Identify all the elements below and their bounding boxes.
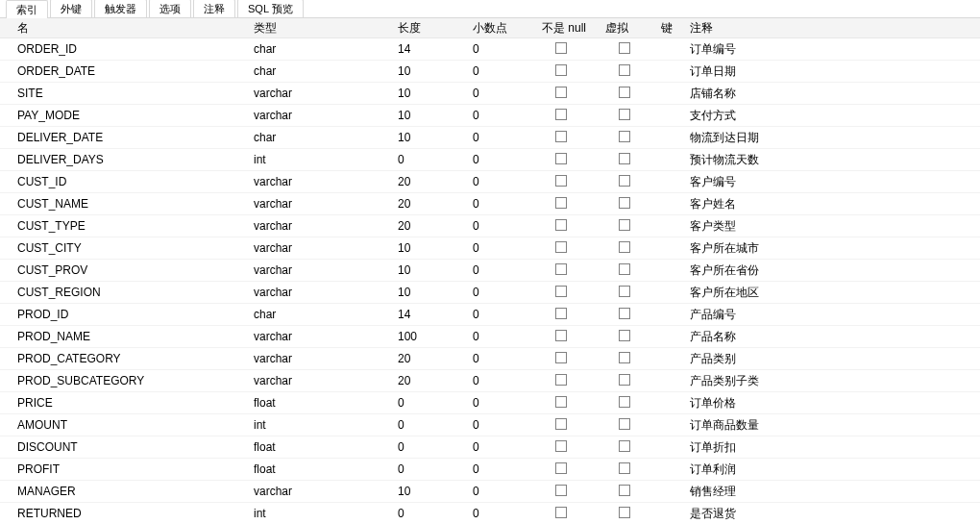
cell-not-null[interactable]	[540, 109, 603, 123]
table-row[interactable]: PAY_MODEvarchar100支付方式	[0, 105, 980, 127]
cell-virtual[interactable]	[603, 87, 659, 101]
cell-decimals[interactable]: 0	[471, 131, 540, 144]
cell-length[interactable]: 10	[396, 109, 471, 122]
cell-name[interactable]: PROD_SUBCATEGORY	[13, 374, 252, 387]
cell-comment[interactable]: 销售经理	[688, 484, 976, 500]
checkbox-icon[interactable]	[619, 64, 630, 76]
cell-length[interactable]: 14	[396, 308, 471, 321]
cell-not-null[interactable]	[540, 64, 603, 79]
tab-3[interactable]: 选项	[149, 0, 191, 17]
cell-not-null[interactable]	[540, 507, 603, 521]
cell-virtual[interactable]	[603, 507, 659, 521]
cell-decimals[interactable]: 0	[471, 507, 540, 520]
header-virtual[interactable]: 虚拟	[603, 20, 659, 37]
table-row[interactable]: PROD_CATEGORYvarchar200产品类别	[0, 348, 980, 370]
checkbox-icon[interactable]	[555, 418, 567, 430]
tab-2[interactable]: 触发器	[94, 0, 147, 17]
cell-not-null[interactable]	[540, 42, 603, 57]
checkbox-icon[interactable]	[555, 485, 567, 496]
cell-type[interactable]: varchar	[252, 263, 396, 277]
cell-not-null[interactable]	[540, 374, 603, 388]
tab-5[interactable]: SQL 预览	[237, 0, 304, 17]
cell-length[interactable]: 20	[396, 219, 471, 233]
checkbox-icon[interactable]	[555, 153, 567, 164]
cell-not-null[interactable]	[540, 241, 603, 256]
cell-name[interactable]: DELIVER_DAYS	[13, 153, 252, 166]
cell-comment[interactable]: 客户所在省份	[688, 262, 976, 279]
cell-type[interactable]: char	[252, 131, 396, 144]
cell-length[interactable]: 10	[396, 241, 471, 255]
cell-comment[interactable]: 客户姓名	[688, 196, 976, 212]
cell-length[interactable]: 10	[396, 286, 471, 299]
checkbox-icon[interactable]	[619, 153, 630, 164]
cell-name[interactable]: PROFIT	[13, 462, 252, 476]
checkbox-icon[interactable]	[555, 241, 567, 253]
cell-name[interactable]: ORDER_DATE	[13, 64, 252, 78]
cell-comment[interactable]: 预计物流天数	[688, 152, 976, 168]
cell-decimals[interactable]: 0	[471, 374, 540, 387]
cell-virtual[interactable]	[603, 308, 659, 322]
cell-virtual[interactable]	[603, 109, 659, 123]
cell-name[interactable]: ORDER_ID	[13, 42, 252, 56]
cell-virtual[interactable]	[603, 197, 659, 212]
cell-decimals[interactable]: 0	[471, 462, 540, 476]
cell-decimals[interactable]: 0	[471, 485, 540, 498]
checkbox-icon[interactable]	[555, 440, 567, 452]
checkbox-icon[interactable]	[619, 418, 630, 430]
cell-type[interactable]: varchar	[252, 352, 396, 365]
cell-virtual[interactable]	[603, 374, 659, 388]
cell-name[interactable]: DELIVER_DATE	[13, 131, 252, 144]
cell-name[interactable]: PROD_ID	[13, 308, 252, 321]
checkbox-icon[interactable]	[619, 241, 630, 253]
cell-decimals[interactable]: 0	[471, 330, 540, 343]
checkbox-icon[interactable]	[555, 64, 567, 76]
cell-not-null[interactable]	[540, 418, 603, 433]
cell-comment[interactable]: 产品类别	[688, 351, 976, 367]
checkbox-icon[interactable]	[619, 131, 630, 142]
cell-comment[interactable]: 产品编号	[688, 307, 976, 323]
cell-comment[interactable]: 支付方式	[688, 108, 976, 124]
cell-type[interactable]: float	[252, 440, 396, 454]
cell-comment[interactable]: 产品类别子类	[688, 373, 976, 389]
cell-not-null[interactable]	[540, 352, 603, 366]
cell-name[interactable]: MANAGER	[13, 485, 252, 498]
cell-not-null[interactable]	[540, 462, 603, 477]
header-name[interactable]: 名	[13, 20, 252, 37]
cell-not-null[interactable]	[540, 131, 603, 145]
checkbox-icon[interactable]	[619, 440, 630, 452]
cell-not-null[interactable]	[540, 219, 603, 234]
cell-type[interactable]: varchar	[252, 219, 396, 233]
checkbox-icon[interactable]	[555, 330, 567, 341]
cell-type[interactable]: int	[252, 418, 396, 432]
checkbox-icon[interactable]	[555, 109, 567, 120]
cell-comment[interactable]: 订单编号	[688, 41, 976, 58]
cell-virtual[interactable]	[603, 418, 659, 433]
cell-not-null[interactable]	[540, 308, 603, 322]
cell-type[interactable]: int	[252, 507, 396, 520]
cell-virtual[interactable]	[603, 263, 659, 278]
table-row[interactable]: DISCOUNTfloat00订单折扣	[0, 437, 980, 459]
header-comment[interactable]: 注释	[688, 20, 976, 37]
cell-name[interactable]: SITE	[13, 87, 252, 100]
cell-length[interactable]: 0	[396, 418, 471, 432]
checkbox-icon[interactable]	[619, 374, 630, 386]
header-length[interactable]: 长度	[396, 20, 471, 37]
cell-length[interactable]: 10	[396, 263, 471, 277]
table-row[interactable]: PROD_SUBCATEGORYvarchar200产品类别子类	[0, 370, 980, 392]
cell-decimals[interactable]: 0	[471, 42, 540, 56]
table-row[interactable]: ORDER_IDchar140订单编号	[0, 38, 980, 61]
cell-comment[interactable]: 订单日期	[688, 63, 976, 80]
cell-type[interactable]: char	[252, 64, 396, 78]
cell-length[interactable]: 0	[396, 440, 471, 454]
table-row[interactable]: DELIVER_DATEchar100物流到达日期	[0, 127, 980, 149]
cell-virtual[interactable]	[603, 396, 659, 411]
cell-name[interactable]: PRICE	[13, 396, 252, 410]
cell-type[interactable]: varchar	[252, 175, 396, 188]
cell-decimals[interactable]: 0	[471, 352, 540, 365]
cell-comment[interactable]: 订单折扣	[688, 439, 976, 456]
cell-type[interactable]: varchar	[252, 286, 396, 299]
cell-virtual[interactable]	[603, 64, 659, 79]
checkbox-icon[interactable]	[555, 286, 567, 297]
cell-comment[interactable]: 订单商品数量	[688, 417, 976, 434]
cell-comment[interactable]: 订单利润	[688, 462, 976, 478]
